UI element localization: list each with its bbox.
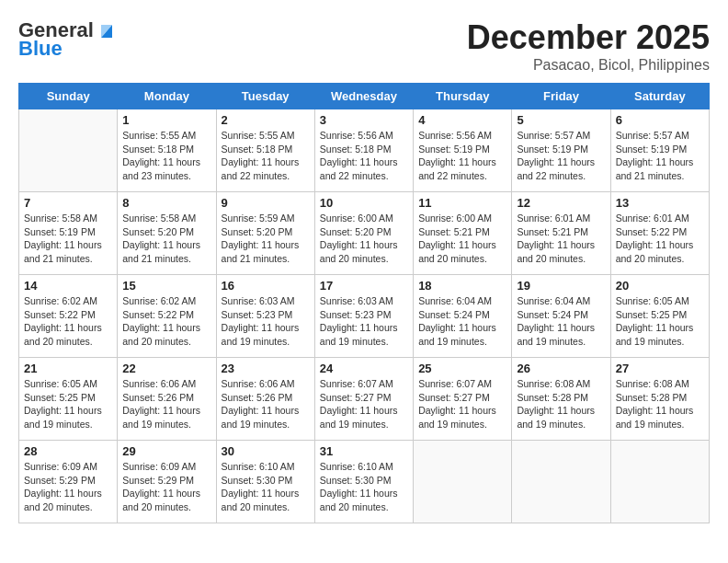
calendar-cell: 17Sunrise: 6:03 AM Sunset: 5:23 PM Dayli… bbox=[314, 275, 413, 358]
day-number: 16 bbox=[222, 279, 310, 293]
location-title: Pasacao, Bicol, Philippines bbox=[467, 57, 710, 74]
calendar-cell: 6Sunrise: 5:57 AM Sunset: 5:19 PM Daylig… bbox=[610, 109, 709, 192]
calendar-cell: 8Sunrise: 5:58 AM Sunset: 5:20 PM Daylig… bbox=[118, 192, 216, 275]
weekday-header: Monday bbox=[118, 84, 216, 109]
day-number: 20 bbox=[616, 279, 704, 293]
day-number: 13 bbox=[616, 196, 704, 210]
calendar-cell: 1Sunrise: 5:55 AM Sunset: 5:18 PM Daylig… bbox=[118, 109, 216, 192]
day-number: 15 bbox=[122, 279, 210, 293]
calendar-table: SundayMondayTuesdayWednesdayThursdayFrid… bbox=[18, 83, 710, 523]
day-info: Sunrise: 6:09 AM Sunset: 5:29 PM Dayligh… bbox=[122, 460, 210, 514]
day-info: Sunrise: 5:57 AM Sunset: 5:19 PM Dayligh… bbox=[616, 129, 704, 183]
calendar-cell: 14Sunrise: 6:02 AM Sunset: 5:22 PM Dayli… bbox=[19, 275, 118, 358]
day-info: Sunrise: 6:04 AM Sunset: 5:24 PM Dayligh… bbox=[418, 294, 506, 349]
calendar-cell: 27Sunrise: 6:08 AM Sunset: 5:28 PM Dayli… bbox=[610, 358, 709, 441]
day-number: 29 bbox=[122, 444, 210, 458]
day-number: 4 bbox=[418, 113, 506, 127]
day-number: 19 bbox=[517, 279, 605, 293]
day-number: 21 bbox=[24, 362, 112, 375]
calendar-cell: 19Sunrise: 6:04 AM Sunset: 5:24 PM Dayli… bbox=[512, 275, 610, 358]
page-header: General Blue December 2025 Pasacao, Bico… bbox=[18, 18, 710, 74]
calendar-cell: 4Sunrise: 5:56 AM Sunset: 5:19 PM Daylig… bbox=[414, 109, 512, 192]
day-number: 7 bbox=[24, 196, 112, 210]
calendar-cell: 11Sunrise: 6:00 AM Sunset: 5:21 PM Dayli… bbox=[414, 192, 512, 275]
calendar-cell: 31Sunrise: 6:10 AM Sunset: 5:30 PM Dayli… bbox=[314, 441, 413, 523]
day-number: 31 bbox=[320, 444, 408, 458]
day-info: Sunrise: 6:06 AM Sunset: 5:26 PM Dayligh… bbox=[122, 377, 210, 431]
weekday-header: Friday bbox=[512, 84, 610, 109]
weekday-header: Saturday bbox=[610, 84, 709, 109]
day-info: Sunrise: 6:06 AM Sunset: 5:26 PM Dayligh… bbox=[222, 377, 310, 431]
calendar-cell: 30Sunrise: 6:10 AM Sunset: 5:30 PM Dayli… bbox=[216, 441, 314, 523]
day-number: 10 bbox=[320, 196, 408, 210]
day-number: 23 bbox=[222, 362, 310, 375]
calendar-cell: 20Sunrise: 6:05 AM Sunset: 5:25 PM Dayli… bbox=[610, 275, 709, 358]
weekday-header: Wednesday bbox=[314, 84, 413, 109]
calendar-cell bbox=[512, 441, 610, 523]
day-number: 8 bbox=[122, 196, 210, 210]
calendar-cell: 12Sunrise: 6:01 AM Sunset: 5:21 PM Dayli… bbox=[512, 192, 610, 275]
day-number: 12 bbox=[517, 196, 605, 210]
day-info: Sunrise: 6:07 AM Sunset: 5:27 PM Dayligh… bbox=[320, 377, 408, 431]
day-info: Sunrise: 5:56 AM Sunset: 5:19 PM Dayligh… bbox=[418, 129, 506, 183]
calendar-cell: 28Sunrise: 6:09 AM Sunset: 5:29 PM Dayli… bbox=[19, 441, 118, 523]
calendar-cell: 3Sunrise: 5:56 AM Sunset: 5:18 PM Daylig… bbox=[314, 109, 413, 192]
day-number: 27 bbox=[616, 362, 704, 375]
calendar-week-row: 28Sunrise: 6:09 AM Sunset: 5:29 PM Dayli… bbox=[19, 441, 710, 523]
calendar-cell: 25Sunrise: 6:07 AM Sunset: 5:27 PM Dayli… bbox=[414, 358, 512, 441]
day-number: 9 bbox=[222, 196, 310, 210]
calendar-cell: 26Sunrise: 6:08 AM Sunset: 5:28 PM Dayli… bbox=[512, 358, 610, 441]
day-info: Sunrise: 6:00 AM Sunset: 5:21 PM Dayligh… bbox=[418, 212, 506, 266]
calendar-cell: 29Sunrise: 6:09 AM Sunset: 5:29 PM Dayli… bbox=[118, 441, 216, 523]
day-info: Sunrise: 6:07 AM Sunset: 5:27 PM Dayligh… bbox=[418, 377, 506, 431]
day-info: Sunrise: 6:08 AM Sunset: 5:28 PM Dayligh… bbox=[616, 377, 704, 431]
calendar-cell bbox=[414, 441, 512, 523]
day-info: Sunrise: 6:03 AM Sunset: 5:23 PM Dayligh… bbox=[320, 294, 408, 349]
day-info: Sunrise: 6:01 AM Sunset: 5:22 PM Dayligh… bbox=[616, 212, 704, 266]
day-info: Sunrise: 6:02 AM Sunset: 5:22 PM Dayligh… bbox=[122, 294, 210, 349]
day-info: Sunrise: 6:10 AM Sunset: 5:30 PM Dayligh… bbox=[320, 460, 408, 514]
calendar-week-row: 1Sunrise: 5:55 AM Sunset: 5:18 PM Daylig… bbox=[19, 109, 710, 192]
calendar-cell: 15Sunrise: 6:02 AM Sunset: 5:22 PM Dayli… bbox=[118, 275, 216, 358]
day-info: Sunrise: 6:10 AM Sunset: 5:30 PM Dayligh… bbox=[222, 460, 310, 514]
weekday-header: Tuesday bbox=[216, 84, 314, 109]
day-info: Sunrise: 6:03 AM Sunset: 5:23 PM Dayligh… bbox=[222, 294, 310, 349]
day-number: 14 bbox=[24, 279, 112, 293]
calendar-cell: 5Sunrise: 5:57 AM Sunset: 5:19 PM Daylig… bbox=[512, 109, 610, 192]
day-info: Sunrise: 5:58 AM Sunset: 5:20 PM Dayligh… bbox=[122, 212, 210, 266]
weekday-header: Thursday bbox=[414, 84, 512, 109]
day-number: 11 bbox=[418, 196, 506, 210]
calendar-week-row: 21Sunrise: 6:05 AM Sunset: 5:25 PM Dayli… bbox=[19, 358, 710, 441]
day-number: 18 bbox=[418, 279, 506, 293]
day-number: 5 bbox=[517, 113, 605, 127]
calendar-week-row: 14Sunrise: 6:02 AM Sunset: 5:22 PM Dayli… bbox=[19, 275, 710, 358]
calendar-week-row: 7Sunrise: 5:58 AM Sunset: 5:19 PM Daylig… bbox=[19, 192, 710, 275]
calendar-cell bbox=[610, 441, 709, 523]
day-number: 17 bbox=[320, 279, 408, 293]
day-number: 2 bbox=[222, 113, 310, 127]
day-info: Sunrise: 5:58 AM Sunset: 5:19 PM Dayligh… bbox=[24, 212, 112, 266]
day-info: Sunrise: 6:05 AM Sunset: 5:25 PM Dayligh… bbox=[24, 377, 112, 431]
weekday-header: Sunday bbox=[19, 84, 118, 109]
day-number: 30 bbox=[222, 444, 310, 458]
day-number: 24 bbox=[320, 362, 408, 375]
logo-blue-text: Blue bbox=[18, 37, 63, 61]
day-info: Sunrise: 6:04 AM Sunset: 5:24 PM Dayligh… bbox=[517, 294, 605, 349]
logo-icon bbox=[97, 21, 116, 40]
day-number: 3 bbox=[320, 113, 408, 127]
month-title: December 2025 bbox=[467, 18, 710, 57]
day-info: Sunrise: 5:55 AM Sunset: 5:18 PM Dayligh… bbox=[122, 129, 210, 183]
calendar-cell: 2Sunrise: 5:55 AM Sunset: 5:18 PM Daylig… bbox=[216, 109, 314, 192]
day-number: 22 bbox=[122, 362, 210, 375]
day-number: 25 bbox=[418, 362, 506, 375]
day-info: Sunrise: 6:01 AM Sunset: 5:21 PM Dayligh… bbox=[517, 212, 605, 266]
day-info: Sunrise: 5:56 AM Sunset: 5:18 PM Dayligh… bbox=[320, 129, 408, 183]
calendar-cell: 10Sunrise: 6:00 AM Sunset: 5:20 PM Dayli… bbox=[314, 192, 413, 275]
day-number: 6 bbox=[616, 113, 704, 127]
calendar-cell: 23Sunrise: 6:06 AM Sunset: 5:26 PM Dayli… bbox=[216, 358, 314, 441]
day-info: Sunrise: 6:00 AM Sunset: 5:20 PM Dayligh… bbox=[320, 212, 408, 266]
day-number: 26 bbox=[517, 362, 605, 375]
calendar-cell bbox=[19, 109, 118, 192]
calendar-cell: 21Sunrise: 6:05 AM Sunset: 5:25 PM Dayli… bbox=[19, 358, 118, 441]
day-info: Sunrise: 6:05 AM Sunset: 5:25 PM Dayligh… bbox=[616, 294, 704, 349]
